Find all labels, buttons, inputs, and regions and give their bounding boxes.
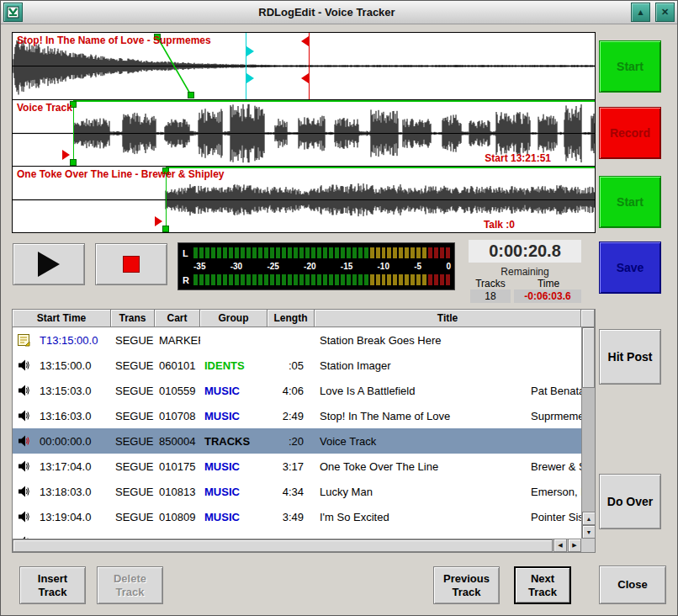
voicetrack-title: Voice Track xyxy=(17,102,72,114)
meter-segment xyxy=(305,247,310,258)
close-window-button[interactable]: ✕ xyxy=(655,3,675,22)
track-start-handle[interactable] xyxy=(162,226,169,232)
stop-button[interactable] xyxy=(95,243,167,285)
cell-trans: SEGUE xyxy=(111,410,155,422)
segue-end-marker[interactable] xyxy=(301,36,309,46)
segue-start-marker[interactable] xyxy=(246,46,254,56)
meter-segment xyxy=(199,247,204,258)
meter-segment xyxy=(246,274,251,285)
app-icon[interactable] xyxy=(3,3,23,22)
cell-start-time: 00:00:00.0 xyxy=(34,435,111,448)
speaker-icon xyxy=(13,485,34,498)
hit-post-button[interactable]: Hit Post xyxy=(599,329,661,385)
scale-tick: -10 xyxy=(378,262,389,271)
scroll-up-button[interactable]: ▲ xyxy=(582,512,596,525)
cell-title: I'm So Excited xyxy=(315,511,527,523)
start-marker[interactable] xyxy=(62,150,70,160)
elapsed-time-display: 0:00:20.8 xyxy=(469,240,581,263)
record-button[interactable]: Record xyxy=(599,107,661,159)
log-header: Start Time Trans Cart Group Length Title xyxy=(13,310,595,327)
zero-line xyxy=(13,133,595,134)
col-header-start-time: Start Time xyxy=(13,310,111,327)
remaining-time-label: Time xyxy=(516,278,581,289)
cell-length: 4:06 xyxy=(267,385,315,397)
cell-trans: SEGUE xyxy=(111,486,155,498)
cell-artist: Pat Benatar xyxy=(527,385,581,397)
meter-segment xyxy=(347,274,351,285)
cell-trans: SEGUE xyxy=(111,385,155,397)
log-row[interactable]: 00:00:00.0SEGUE850004TRACKS:20Voice Trac… xyxy=(13,428,581,454)
cell-artist: Suprmemes xyxy=(527,410,581,422)
meter-right-label: R xyxy=(183,275,189,285)
waveform-panel-track1[interactable]: Stop! In The Name of Love - Suprmemes xyxy=(13,33,595,99)
meter-segment xyxy=(229,274,233,285)
vertical-scrollbar-thumb[interactable] xyxy=(582,327,595,388)
segue-end-marker[interactable] xyxy=(301,73,309,83)
cell-group: MUSIC xyxy=(200,460,267,473)
log-row[interactable]: 13:15:03.0SEGUE010559MUSIC4:06Love Is A … xyxy=(13,378,581,403)
previous-track-button[interactable]: Previous Track xyxy=(433,566,500,604)
stop-icon xyxy=(123,256,140,273)
waveform-panel-track3[interactable]: One Toke Over The Line - Brewer & Shiple… xyxy=(13,166,595,232)
insert-track-button[interactable]: Insert Track xyxy=(19,566,86,604)
meter-segment xyxy=(382,274,386,285)
log-row[interactable]: 13:15:00.0SEGUE060101IDENTS:05Station Im… xyxy=(13,353,581,378)
track1-title: Stop! In The Name of Love - Suprmemes xyxy=(17,35,211,46)
cell-group: IDENTS xyxy=(200,359,267,372)
meter-segment xyxy=(341,247,345,258)
start-track3-button[interactable]: Start xyxy=(599,176,661,228)
speaker-icon xyxy=(13,409,34,422)
fade-end-handle[interactable] xyxy=(188,92,194,98)
scale-tick: -35 xyxy=(193,262,205,271)
meter-segment xyxy=(405,247,409,258)
log-row[interactable]: T13:15:00.0SEGUEMARKERStation Break Goes… xyxy=(13,327,581,353)
remaining-label: Remaining xyxy=(469,266,581,278)
start-track1-button[interactable]: Start xyxy=(599,40,661,93)
meter-segment xyxy=(305,274,310,285)
titlebar[interactable]: RDLogEdit - Voice Tracker ▴ ✕ xyxy=(1,1,677,24)
meter-segment xyxy=(323,274,327,285)
start-marker[interactable] xyxy=(155,216,162,226)
meter-segment xyxy=(352,247,357,258)
vertical-scrollbar[interactable]: ▲ ▼ xyxy=(581,327,595,539)
horizontal-scrollbar-thumb[interactable] xyxy=(13,539,553,552)
meter-segment xyxy=(223,274,227,285)
shade-button[interactable]: ▴ xyxy=(631,3,650,22)
meter-segment xyxy=(252,247,257,258)
scroll-left-button[interactable]: ◀ xyxy=(554,539,567,552)
meter-segment xyxy=(440,247,444,258)
remaining-time-value: -0:06:03.6 xyxy=(514,289,581,303)
log-row[interactable]: 13:16:03.0SEGUE010708MUSIC2:49Stop! In T… xyxy=(13,403,581,428)
delete-track-button: Delete Track xyxy=(97,566,163,604)
close-button[interactable]: Close xyxy=(599,566,666,604)
log-row[interactable]: 13:20:04.0SEGUE010705MUSIC3:36(Sittin' O… xyxy=(13,529,581,539)
scale-tick: -25 xyxy=(267,262,278,271)
track-start-handle[interactable] xyxy=(70,159,77,166)
log-row[interactable]: 13:19:04.0SEGUE010809MUSIC3:49I'm So Exc… xyxy=(13,504,581,529)
waveform-panel-voicetrack[interactable]: Voice Track Start 13:21:51 xyxy=(13,99,595,166)
segue-start-marker[interactable] xyxy=(246,73,254,83)
horizontal-scrollbar[interactable]: ◀ ▶ xyxy=(13,539,581,552)
next-track-button[interactable]: Next Track xyxy=(514,566,571,604)
scroll-down-button[interactable]: ▼ xyxy=(582,525,596,539)
meter-segment xyxy=(446,274,450,285)
do-over-button[interactable]: Do Over xyxy=(599,474,661,529)
meter-scale: -35 -30 -25 -20 -15 -10 -5 0 xyxy=(193,259,451,273)
meter-segment xyxy=(264,247,268,258)
meter-segment xyxy=(311,247,315,258)
meter-segment xyxy=(434,247,438,258)
meter-segment xyxy=(217,247,221,258)
play-button[interactable] xyxy=(13,243,85,285)
log-row[interactable]: 13:18:03.0SEGUE010813MUSIC4:34Lucky ManE… xyxy=(13,479,581,504)
scroll-right-button[interactable]: ▶ xyxy=(568,539,581,552)
meter-segment xyxy=(364,247,368,258)
cell-artist: Pointer Sist xyxy=(527,511,581,523)
track-region-line xyxy=(73,100,595,102)
save-button[interactable]: Save xyxy=(599,242,661,294)
log-row[interactable]: 13:17:04.0SEGUE010175MUSIC3:17One Toke O… xyxy=(13,454,581,479)
meter-segment xyxy=(299,274,304,285)
meter-segment xyxy=(416,274,421,285)
meter-segment xyxy=(370,247,374,258)
meter-segment xyxy=(446,247,450,258)
cell-start-time: 13:17:04.0 xyxy=(34,460,111,473)
